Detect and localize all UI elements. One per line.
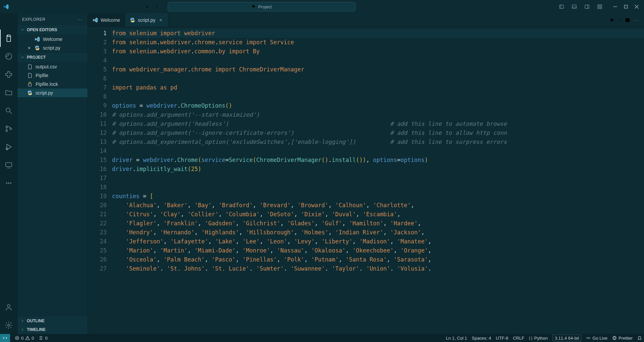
svg-point-16 [6,183,7,184]
run-button[interactable] [609,17,615,23]
python-file-icon [27,90,33,96]
activity-account-icon[interactable] [0,298,17,316]
titlebar: Project [0,0,644,13]
vscode-file-icon [34,36,40,42]
status-indentation[interactable]: Spaces: 4 [472,336,491,341]
svg-point-20 [8,324,10,326]
status-problems[interactable]: 0 0 [15,336,34,341]
activity-source-control-icon[interactable] [0,120,17,137]
open-editor-label: Welcome [43,37,62,42]
editor-tab-bar: Welcomescript.py× ··· [88,13,644,27]
open-editor-item[interactable]: Welcome [17,35,88,44]
status-bar: 0 0 0 Ln 1, Col 1 Spaces: 4 UTF-8 CRLF {… [0,334,644,342]
activity-folder-icon[interactable] [0,84,17,101]
status-notifications-bell-icon[interactable] [637,336,642,340]
vscode-logo-icon [3,3,9,10]
svg-point-24 [41,338,41,338]
window-minimize-button[interactable] [610,2,620,11]
vscode-file-icon [93,17,98,23]
svg-rect-1 [559,5,564,9]
run-dropdown-icon[interactable] [618,18,622,22]
code-editor[interactable]: 1234567891011121314151617181920212223242… [88,27,644,334]
chevron-down-icon [20,27,25,32]
status-encoding[interactable]: UTF-8 [496,336,508,341]
open-editor-item[interactable]: ×script.py [17,44,88,52]
activity-remote-icon[interactable] [0,156,17,174]
tab-more-icon[interactable]: ··· [634,17,639,22]
svg-rect-22 [626,18,630,22]
project-file-item[interactable]: Pipfile [17,71,88,80]
project-file-item[interactable]: Pipfile.lock [17,80,88,89]
toggle-primary-sidebar-icon[interactable] [557,2,566,11]
editor-area: Welcomescript.py× ··· 123456789101112131… [88,13,644,334]
lock-file-icon [27,81,33,87]
nav-back-button[interactable] [143,3,151,11]
window-close-button[interactable] [632,2,641,11]
activity-explorer-icon[interactable] [0,30,17,47]
close-editor-icon[interactable]: × [27,45,32,51]
nav-forward-button[interactable] [153,3,161,11]
svg-point-17 [8,183,9,184]
chevron-right-icon [20,319,25,323]
python-file-icon [34,45,40,51]
activity-python-icon[interactable] [0,66,17,83]
svg-point-19 [7,304,10,307]
status-python-interpreter[interactable]: 3.11.4 64-bit [552,335,581,341]
open-editors-label: OPEN EDITORS [27,27,57,32]
status-ports[interactable]: 0 [39,336,47,341]
sidebar-more-icon[interactable]: ··· [77,17,83,22]
search-icon [252,4,256,9]
activity-more-icon[interactable] [0,174,17,192]
explorer-sidebar: EXPLORER ··· OPEN EDITORS Welcome×script… [17,13,88,334]
sidebar-title: EXPLORER [22,17,45,22]
svg-rect-2 [572,5,576,9]
activity-run-debug-icon[interactable] [0,138,17,156]
svg-rect-15 [6,163,12,167]
project-file-label: Pipfile [36,73,48,78]
window-maximize-button[interactable] [621,2,631,11]
svg-point-18 [10,183,11,184]
svg-point-26 [613,336,616,340]
status-eol[interactable]: CRLF [513,336,524,341]
svg-rect-5 [600,5,602,6]
project-label: PROJECT [27,55,46,60]
toggle-panel-icon[interactable] [570,2,579,11]
open-editor-label: script.py [43,45,60,51]
split-editor-icon[interactable] [625,17,630,23]
status-language-mode[interactable]: { } Python [529,336,548,341]
status-cursor-position[interactable]: Ln 1, Col 1 [446,336,467,341]
editor-tab[interactable]: Welcome [88,13,125,26]
project-file-label: output.csv [36,64,57,69]
svg-rect-3 [585,5,589,9]
project-file-label: script.py [36,90,53,96]
project-section-header[interactable]: PROJECT [17,53,88,62]
svg-point-10 [6,108,10,112]
svg-rect-8 [625,5,628,8]
hamburger-menu-button[interactable] [2,15,15,29]
svg-point-25 [588,338,589,338]
svg-rect-7 [600,7,602,9]
tab-label: Welcome [101,17,120,23]
project-file-item[interactable]: script.py [17,89,88,97]
toggle-secondary-sidebar-icon[interactable] [582,2,592,11]
activity-search-icon[interactable] [0,102,17,119]
outline-section-header[interactable]: OUTLINE [17,317,88,325]
search-placeholder: Project [258,4,272,9]
status-prettier[interactable]: Prettier [612,336,633,341]
pipfile-file-icon [27,72,33,78]
svg-rect-6 [598,7,599,9]
activity-edge-icon[interactable] [0,48,17,65]
customize-layout-icon[interactable] [595,2,604,11]
activity-settings-gear-icon[interactable] [0,317,17,334]
remote-indicator-button[interactable] [0,334,10,342]
timeline-section-header[interactable]: TIMELINE [17,325,88,334]
svg-point-0 [252,5,255,7]
svg-rect-21 [28,84,31,86]
editor-tab[interactable]: script.py× [125,13,168,26]
tab-close-icon[interactable]: × [158,17,163,23]
project-file-item[interactable]: output.csv [17,62,88,71]
status-go-live[interactable]: Go Live [586,336,607,341]
outline-label: OUTLINE [27,319,45,323]
open-editors-section-header[interactable]: OPEN EDITORS [17,25,88,34]
command-center-search[interactable]: Project [168,2,356,11]
